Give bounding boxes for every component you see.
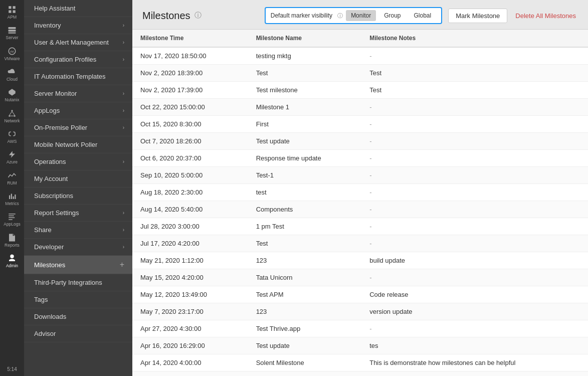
- sidebar-item-subscriptions[interactable]: Subscriptions: [24, 187, 132, 205]
- nav-metrics[interactable]: Metrics: [0, 189, 24, 209]
- cell-time: Jul 28, 2020 3:00:00: [132, 218, 248, 235]
- table-row[interactable]: Oct 6, 2020 20:37:00Response time update…: [132, 150, 588, 167]
- col-milestone-time: Milestone Time: [132, 30, 248, 47]
- table-row[interactable]: Apr 27, 2020 4:30:00Test Thrive.app-: [132, 320, 588, 337]
- sidebar-item-report-settings[interactable]: Report Settings›: [24, 205, 132, 222]
- sidebar-item-third-party-integrations[interactable]: Third-Party Integrations: [24, 274, 132, 291]
- nav-aws[interactable]: AWS: [0, 126, 24, 147]
- table-row[interactable]: Oct 22, 2020 15:00:00Milestone 1-: [132, 99, 588, 116]
- sidebar-item-label-server-monitor: Server Monitor: [34, 90, 77, 97]
- cell-time: May 15, 2020 4:20:00: [132, 269, 248, 286]
- milestones-table-container: Milestone Time Milestone Name Milestone …: [132, 30, 588, 376]
- table-row[interactable]: May 15, 2020 4:20:00Tata Unicorn-: [132, 269, 588, 286]
- nav-reports[interactable]: Reports: [0, 230, 24, 251]
- table-row[interactable]: Jul 17, 2020 4:20:00Test-: [132, 235, 588, 252]
- visibility-group-btn[interactable]: Group: [379, 10, 406, 21]
- sidebar-item-developer[interactable]: Developer›: [24, 239, 132, 256]
- sidebar-item-server-monitor[interactable]: Server Monitor›: [24, 85, 132, 102]
- table-row[interactable]: Feb 10, 2020 7:06:00Recall 1Recall 1: [132, 371, 588, 377]
- cell-time: Nov 2, 2020 17:39:00: [132, 82, 248, 99]
- sidebar-item-help-assistant[interactable]: Help Assistant: [24, 0, 132, 17]
- table-row[interactable]: Aug 18, 2020 2:30:00test-: [132, 184, 588, 201]
- cell-name: Test-1: [248, 167, 362, 184]
- main-header: Milestones ⓘ Default marker visibility ⓘ…: [132, 0, 588, 30]
- svg-line-14: [12, 111, 15, 115]
- table-row[interactable]: May 7, 2020 23:17:00123version update: [132, 303, 588, 320]
- nav-cloud[interactable]: Cloud: [0, 64, 24, 85]
- visibility-global-btn[interactable]: Global: [409, 10, 437, 21]
- table-row[interactable]: Nov 2, 2020 17:39:00Test milestoneTest: [132, 82, 588, 99]
- sidebar-item-label-milestones: Milestones: [34, 261, 65, 269]
- sidebar-item-mobile-network-poller[interactable]: Mobile Network Poller: [24, 136, 132, 153]
- cell-time: May 7, 2020 23:17:00: [132, 303, 248, 320]
- visibility-monitor-btn[interactable]: Monitor: [346, 10, 376, 21]
- sidebar-item-downloads[interactable]: Downloads: [24, 308, 132, 325]
- cell-name: test: [248, 184, 362, 201]
- sidebar-item-tags[interactable]: Tags: [24, 291, 132, 308]
- table-row[interactable]: Apr 16, 2020 16:29:00Test updatetes: [132, 337, 588, 354]
- svg-rect-16: [9, 196, 10, 200]
- nav-azure[interactable]: Azure: [0, 147, 24, 167]
- sidebar-item-arrow-share: ›: [123, 227, 124, 233]
- sidebar-item-label-user-alert-mgmt: User & Alert Management: [34, 39, 109, 46]
- nav-rum[interactable]: RUM: [0, 168, 24, 189]
- cell-notes: -: [361, 201, 588, 218]
- mark-milestone-button[interactable]: Mark Milestone: [448, 9, 507, 23]
- nav-applogs[interactable]: AppLogs: [0, 209, 24, 230]
- sidebar-item-label-developer: Developer: [34, 243, 64, 251]
- table-row[interactable]: Oct 7, 2020 18:26:00Test update-: [132, 133, 588, 150]
- sidebar-item-on-premise-poller[interactable]: On-Premise Poller›: [24, 119, 132, 136]
- table-row[interactable]: Oct 15, 2020 8:30:00First-: [132, 116, 588, 133]
- sidebar-item-label-help-assistant: Help Assistant: [34, 5, 75, 12]
- table-row[interactable]: May 21, 2020 1:12:00123build update: [132, 252, 588, 269]
- nav-admin-label: Admin: [6, 264, 18, 268]
- nav-network[interactable]: Network: [0, 106, 24, 126]
- sidebar-item-share[interactable]: Share›: [24, 222, 132, 239]
- sidebar-item-it-automation[interactable]: IT Automation Templates: [24, 68, 132, 85]
- table-row[interactable]: Nov 2, 2020 18:39:00TestTest: [132, 65, 588, 82]
- sidebar-item-config-profiles[interactable]: Configuration Profiles›: [24, 51, 132, 68]
- col-milestone-notes: Milestone Notes: [361, 30, 588, 47]
- cell-name: Test Thrive.app: [248, 320, 362, 337]
- cell-name: Test APM: [248, 286, 362, 303]
- cell-time: Apr 14, 2020 4:00:00: [132, 354, 248, 371]
- nav-azure-label: Azure: [7, 160, 18, 164]
- cell-notes: Code release: [361, 286, 588, 303]
- table-row[interactable]: Jul 28, 2020 3:00:001 pm Test-: [132, 218, 588, 235]
- sidebar-item-user-alert-mgmt[interactable]: User & Alert Management›: [24, 34, 132, 51]
- sidebar-item-label-downloads: Downloads: [34, 313, 66, 320]
- cell-name: Tata Unicorn: [248, 269, 362, 286]
- nav-apm[interactable]: APM: [0, 2, 24, 23]
- nav-vmware-label: VMware: [4, 57, 20, 61]
- sidebar-item-label-tags: Tags: [34, 296, 48, 303]
- cell-time: Nov 17, 2020 18:50:00: [132, 47, 248, 65]
- table-row[interactable]: May 12, 2020 13:49:00Test APMCode releas…: [132, 286, 588, 303]
- cell-notes: -: [361, 116, 588, 133]
- sidebar-item-label-report-settings: Report Settings: [34, 209, 79, 217]
- visibility-info-icon: ⓘ: [337, 12, 343, 20]
- sidebar-item-operations[interactable]: Operations›: [24, 153, 132, 170]
- milestones-table: Milestone Time Milestone Name Milestone …: [132, 30, 588, 376]
- nav-admin[interactable]: Admin: [0, 251, 24, 271]
- svg-rect-1: [13, 6, 16, 9]
- table-row[interactable]: Nov 17, 2020 18:50:00testing mktg-: [132, 47, 588, 65]
- sidebar-item-milestones[interactable]: Milestones+: [24, 256, 132, 274]
- nav-nutanix-label: Nutanix: [5, 98, 20, 102]
- table-row[interactable]: Sep 10, 2020 5:00:00Test-1-: [132, 167, 588, 184]
- delete-all-milestones-button[interactable]: Delete All Milestones: [513, 9, 578, 23]
- sidebar-item-applogs[interactable]: AppLogs›: [24, 102, 132, 119]
- info-icon[interactable]: ⓘ: [194, 11, 202, 20]
- sidebar-item-inventory[interactable]: Inventory›: [24, 17, 132, 34]
- table-row[interactable]: Aug 14, 2020 5:40:00Components-: [132, 201, 588, 218]
- nav-vmware[interactable]: VM VMware: [0, 44, 24, 64]
- sidebar: Help AssistantInventory›User & Alert Man…: [24, 0, 132, 376]
- table-row[interactable]: Apr 14, 2020 4:00:00Solent MilestoneThis…: [132, 354, 588, 371]
- sidebar-item-advisor[interactable]: Advisor: [24, 325, 132, 342]
- nav-nutanix[interactable]: Nutanix: [0, 85, 24, 105]
- cell-name: Recall 1: [248, 371, 362, 377]
- svg-rect-5: [9, 30, 16, 32]
- nav-server[interactable]: Server: [0, 23, 24, 43]
- svg-rect-21: [9, 216, 14, 217]
- sidebar-item-plus-milestones[interactable]: +: [120, 260, 124, 269]
- sidebar-item-my-account[interactable]: My Account: [24, 170, 132, 187]
